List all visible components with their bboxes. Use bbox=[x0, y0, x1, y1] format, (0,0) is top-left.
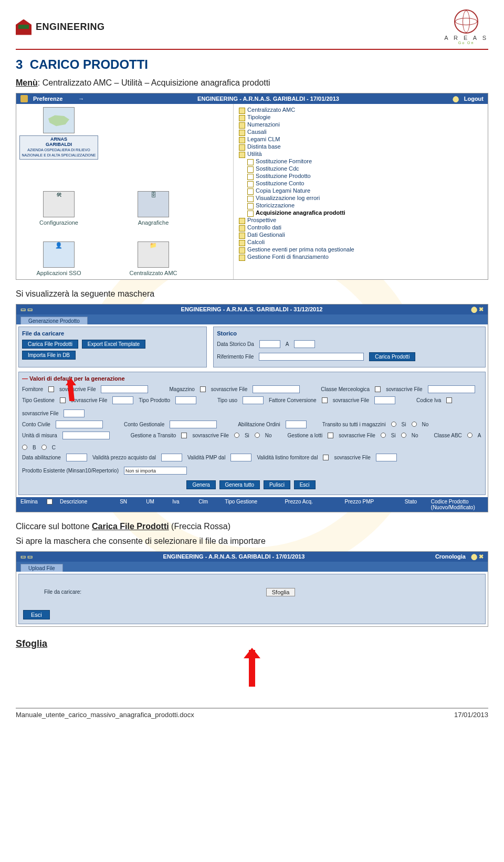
tree-item-selected[interactable]: Acquisizione anagrafica prodotti bbox=[237, 209, 485, 216]
sfoglia-button[interactable]: Sfoglia bbox=[266, 588, 296, 596]
tab-generazione[interactable]: Generazione Prodotto bbox=[20, 317, 88, 324]
col-iva[interactable]: Iva bbox=[172, 499, 191, 510]
classe-merc-input[interactable] bbox=[428, 385, 475, 393]
fornitore-chk[interactable] bbox=[48, 386, 54, 392]
col-sn[interactable]: SN bbox=[120, 499, 139, 510]
tree-item[interactable]: Storicizzazione bbox=[237, 202, 485, 209]
titlebar-1: Preferenze → ENGINEERING - A.R.N.A.S. GA… bbox=[16, 93, 488, 104]
tile-arnas[interactable]: ARNAS GARIBALDI AZIENDA OSPEDALIERA DI R… bbox=[19, 107, 98, 160]
col-descrizione[interactable]: Descrizione bbox=[60, 499, 112, 510]
tree-item[interactable]: Distinta base bbox=[237, 143, 485, 150]
panel-defaults-title: Valori di default per la generazione bbox=[29, 375, 125, 382]
export-template-button[interactable]: Export Excel Template bbox=[82, 340, 145, 349]
tree-item[interactable]: Sostituzione Fornitore bbox=[237, 157, 485, 165]
validita-listino-input[interactable] bbox=[376, 454, 397, 461]
prod-esist-select[interactable]: Non si importa bbox=[124, 467, 187, 475]
tile-amc[interactable]: 📁 Centralizzato AMC bbox=[114, 241, 193, 276]
um-input[interactable] bbox=[62, 432, 110, 439]
cronologia-link[interactable]: Cronologia bbox=[435, 553, 466, 560]
tipo-gestione-input[interactable] bbox=[112, 396, 133, 404]
gest-trans-chk[interactable] bbox=[181, 433, 187, 438]
tree-item[interactable]: Sostituzione Cdc bbox=[237, 165, 485, 172]
codice-iva-chk[interactable] bbox=[446, 397, 452, 403]
tree-item[interactable]: Copia Legami Nature bbox=[237, 187, 485, 194]
fornitore-input[interactable] bbox=[101, 385, 148, 393]
tile-config[interactable]: 🛠 Configurazione bbox=[19, 191, 98, 226]
col-prezzo-acq[interactable]: Prezzo Acq. bbox=[285, 499, 337, 510]
importa-db-button[interactable]: Importa File in DB bbox=[22, 351, 76, 360]
tree-item[interactable]: Gestione Fonti di finanziamento bbox=[237, 253, 485, 260]
fattore-chk[interactable] bbox=[322, 397, 328, 403]
tree-item[interactable]: Legami CLM bbox=[237, 135, 485, 143]
validita-listino-chk[interactable] bbox=[323, 455, 329, 460]
red-arrow-icon bbox=[60, 373, 76, 401]
col-elimina-chk[interactable] bbox=[47, 499, 52, 504]
tree-item[interactable]: Causali bbox=[237, 128, 485, 135]
col-clm[interactable]: Clm bbox=[198, 499, 217, 510]
tree-item[interactable]: Calcoli bbox=[237, 238, 485, 246]
classe-merc-chk[interactable] bbox=[375, 386, 381, 392]
pulisci-button[interactable]: Pulisci bbox=[264, 480, 290, 489]
magazzino-chk[interactable] bbox=[200, 386, 206, 392]
tipo-prodotto-input[interactable] bbox=[175, 396, 196, 404]
abilit-ordini-input[interactable] bbox=[286, 421, 307, 428]
col-prezzo-pmp[interactable]: Prezzo PMP bbox=[345, 499, 397, 510]
abc-b[interactable] bbox=[22, 445, 27, 450]
validita-prezzo-input[interactable] bbox=[161, 454, 182, 461]
tree-item[interactable]: Visualizzazione log errori bbox=[237, 194, 485, 202]
col-cod-prod[interactable]: Codice Prodotto (Nuovo/Modificato) bbox=[431, 499, 484, 510]
lbl-no2: No bbox=[265, 433, 272, 438]
validita-pmp-input[interactable] bbox=[230, 454, 251, 461]
gest-lotti-chk[interactable] bbox=[328, 433, 333, 438]
titlebar-logout[interactable]: Logout bbox=[464, 96, 484, 102]
tree-item[interactable]: Dati Gestionali bbox=[237, 231, 485, 238]
abc-c[interactable] bbox=[41, 445, 47, 450]
tree-item[interactable]: Gestione eventi per prima nota gestional… bbox=[237, 246, 485, 253]
tipo-uso-input[interactable] bbox=[243, 396, 264, 404]
tree-item[interactable]: Sostituzione Prodotto bbox=[237, 172, 485, 180]
lbl-c: C bbox=[52, 445, 56, 450]
carica-file-prodotti-button[interactable]: Carica File Prodotti bbox=[22, 340, 78, 349]
col-elimina[interactable]: Elimina bbox=[20, 499, 39, 510]
gest-lotti-si[interactable] bbox=[381, 433, 386, 438]
genera-button[interactable]: Genera bbox=[186, 480, 215, 489]
carica-prodotti-button[interactable]: Carica Prodotti bbox=[369, 352, 415, 361]
tile-anagrafiche[interactable]: 🗄 Anagrafiche bbox=[114, 191, 193, 226]
codice-iva-input[interactable] bbox=[64, 409, 85, 417]
magazzino-input[interactable] bbox=[253, 385, 300, 393]
data-storico-a-input[interactable] bbox=[294, 340, 315, 348]
brand-left: ENGINEERING bbox=[16, 19, 105, 35]
tree-item[interactable]: Utilità bbox=[237, 150, 485, 157]
riferimento-file-select[interactable] bbox=[259, 353, 364, 361]
genera-tutto-button[interactable]: Genera tutto bbox=[219, 480, 260, 489]
conto-civile-input[interactable] bbox=[56, 421, 103, 428]
data-storico-da-input[interactable] bbox=[259, 340, 280, 348]
fattore-input[interactable] bbox=[374, 396, 395, 404]
tab-upload[interactable]: Upload File bbox=[20, 564, 63, 572]
tab-strip-3: Upload File bbox=[16, 562, 488, 572]
data-abil-input[interactable] bbox=[66, 454, 87, 461]
esci-button[interactable]: Esci bbox=[294, 480, 316, 489]
tree-item[interactable]: Sostituzione Conto bbox=[237, 180, 485, 187]
gest-trans-no[interactable] bbox=[255, 433, 260, 438]
tree-item[interactable]: Controllo dati bbox=[237, 224, 485, 231]
tree-item[interactable]: Centralizzato AMC bbox=[237, 106, 485, 113]
gest-lotti-no[interactable] bbox=[401, 433, 406, 438]
transito-si[interactable] bbox=[391, 422, 396, 427]
col-um[interactable]: UM bbox=[146, 499, 165, 510]
lbl-gest-trans: Gestione a Transito bbox=[131, 433, 176, 438]
lbl-sovr8: sovrascrive File bbox=[339, 433, 375, 438]
titlebar-left[interactable]: Preferenze bbox=[33, 96, 62, 102]
tree-item[interactable]: Numerazioni bbox=[237, 121, 485, 128]
conto-gest-input[interactable] bbox=[170, 421, 217, 428]
tile-sso[interactable]: 👤 Applicazioni SSO bbox=[19, 241, 98, 276]
tree-item[interactable]: Prospettive bbox=[237, 216, 485, 224]
col-tipo-gest[interactable]: Tipo Gestione bbox=[225, 499, 277, 510]
transito-no[interactable] bbox=[412, 422, 417, 427]
tree-item[interactable]: Tipologie bbox=[237, 113, 485, 121]
col-stato[interactable]: Stato bbox=[405, 499, 424, 510]
gest-trans-si[interactable] bbox=[234, 433, 239, 438]
abc-a[interactable] bbox=[467, 433, 472, 438]
titlebar3-center: ENGINEERING - A.R.N.A.S. GARIBALDI - 17/… bbox=[38, 553, 430, 560]
esci-button-3[interactable]: Esci bbox=[23, 610, 50, 619]
